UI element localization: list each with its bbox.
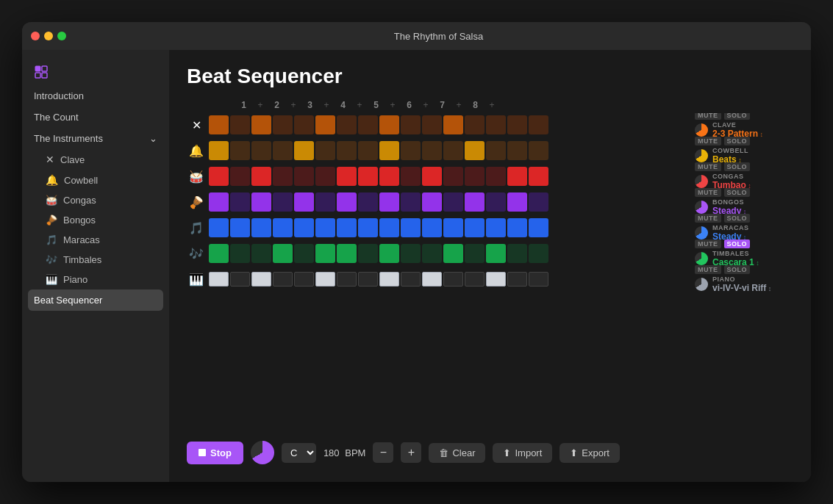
cowbell-cell-1[interactable] xyxy=(230,141,250,160)
maracas-cell-8[interactable] xyxy=(379,218,399,237)
piano-cell-7[interactable] xyxy=(358,272,378,287)
close-button[interactable] xyxy=(31,32,40,40)
maracas-cell-2[interactable] xyxy=(251,218,271,237)
minimize-button[interactable] xyxy=(44,32,53,40)
congas-cell-12[interactable] xyxy=(465,167,485,186)
clave-cell-3[interactable] xyxy=(273,115,293,134)
maracas-cell-14[interactable] xyxy=(507,218,527,237)
key-select[interactable]: C D E F G A B xyxy=(282,443,316,463)
cowbell-cell-12[interactable] xyxy=(465,141,485,160)
congas-cell-13[interactable] xyxy=(486,167,506,186)
clave-solo-button[interactable]: SOLO xyxy=(724,113,751,120)
congas-cell-3[interactable] xyxy=(273,167,293,186)
clave-cell-4[interactable] xyxy=(294,115,314,134)
import-button[interactable]: ⬆ Import xyxy=(493,443,552,463)
sidebar-item-timbales[interactable]: 🎶 Timbales xyxy=(22,250,169,270)
piano-cell-14[interactable] xyxy=(507,272,527,287)
timbales-cell-15[interactable] xyxy=(529,244,548,263)
piano-solo-button[interactable]: SOLO xyxy=(724,265,751,274)
maracas-cell-0[interactable] xyxy=(209,218,229,237)
timbales-cell-6[interactable] xyxy=(337,244,357,263)
piano-cell-2[interactable] xyxy=(251,272,271,287)
cowbell-cell-4[interactable] xyxy=(294,141,314,160)
timbales-knob[interactable] xyxy=(695,252,708,265)
bongos-cell-3[interactable] xyxy=(273,192,293,212)
timbales-cell-7[interactable] xyxy=(358,244,378,263)
congas-cell-2[interactable] xyxy=(251,167,271,186)
bongos-cell-8[interactable] xyxy=(379,192,399,212)
clave-mute-button[interactable]: MUTE xyxy=(695,113,721,120)
piano-pattern-name[interactable]: vi-IV-V-vi Riff ↕ xyxy=(712,283,771,293)
sidebar-item-clave[interactable]: ✕ Clave xyxy=(22,149,169,170)
cowbell-cell-11[interactable] xyxy=(443,141,463,160)
congas-cell-14[interactable] xyxy=(507,167,527,186)
bongos-cell-2[interactable] xyxy=(251,192,271,212)
bongos-cell-5[interactable] xyxy=(315,192,335,212)
timbales-cell-4[interactable] xyxy=(294,244,314,263)
piano-cell-1[interactable] xyxy=(230,272,250,287)
piano-cell-13[interactable] xyxy=(486,272,506,287)
timbales-cell-12[interactable] xyxy=(465,244,485,263)
cowbell-cell-6[interactable] xyxy=(337,141,357,160)
clave-cell-2[interactable] xyxy=(251,115,271,134)
congas-cell-9[interactable] xyxy=(401,167,421,186)
bongos-cell-9[interactable] xyxy=(401,192,421,212)
piano-cell-15[interactable] xyxy=(529,272,548,287)
maracas-cell-9[interactable] xyxy=(401,218,421,237)
clave-cell-0[interactable] xyxy=(209,115,229,134)
maracas-cell-13[interactable] xyxy=(486,218,506,237)
sidebar-item-the-count[interactable]: The Count xyxy=(22,107,169,128)
cowbell-knob[interactable] xyxy=(695,149,708,162)
congas-knob[interactable] xyxy=(695,175,708,188)
congas-cell-11[interactable] xyxy=(443,167,463,186)
maracas-cell-6[interactable] xyxy=(337,218,357,237)
bongos-cell-4[interactable] xyxy=(294,192,314,212)
maracas-cell-4[interactable] xyxy=(294,218,314,237)
maracas-cell-3[interactable] xyxy=(273,218,293,237)
timbales-cell-5[interactable] xyxy=(315,244,335,263)
clave-cell-8[interactable] xyxy=(379,115,399,134)
congas-cell-6[interactable] xyxy=(337,167,357,186)
timbales-cell-3[interactable] xyxy=(273,244,293,263)
timbales-cell-9[interactable] xyxy=(401,244,421,263)
congas-cell-0[interactable] xyxy=(209,167,229,186)
sidebar-item-maracas[interactable]: 🎵 Maracas xyxy=(22,230,169,250)
cowbell-cell-7[interactable] xyxy=(358,141,378,160)
tempo-knob[interactable] xyxy=(251,441,274,464)
piano-cell-8[interactable] xyxy=(379,272,399,287)
sidebar-item-cowbell[interactable]: 🔔 Cowbell xyxy=(22,170,169,190)
clave-cell-9[interactable] xyxy=(401,115,421,134)
timbales-cell-10[interactable] xyxy=(422,244,442,263)
congas-cell-4[interactable] xyxy=(294,167,314,186)
piano-knob[interactable] xyxy=(695,278,708,291)
sidebar-item-piano[interactable]: 🎹 Piano xyxy=(22,270,169,289)
maracas-cell-5[interactable] xyxy=(315,218,335,237)
cowbell-cell-3[interactable] xyxy=(273,141,293,160)
bongos-cell-10[interactable] xyxy=(422,192,442,212)
cowbell-cell-2[interactable] xyxy=(251,141,271,160)
maracas-cell-15[interactable] xyxy=(529,218,548,237)
sidebar-section-instruments[interactable]: The Instruments ⌄ xyxy=(22,128,169,149)
cowbell-cell-0[interactable] xyxy=(209,141,229,160)
cowbell-cell-5[interactable] xyxy=(315,141,335,160)
piano-cell-10[interactable] xyxy=(422,272,442,287)
bongos-cell-13[interactable] xyxy=(486,192,506,212)
congas-mute-button[interactable]: MUTE xyxy=(695,162,721,171)
timbales-cell-1[interactable] xyxy=(230,244,250,263)
bpm-increase-button[interactable]: + xyxy=(401,442,421,463)
clave-cell-12[interactable] xyxy=(465,115,485,134)
bongos-mute-button[interactable]: MUTE xyxy=(695,188,721,197)
maracas-mute-button[interactable]: MUTE xyxy=(695,214,721,223)
cowbell-cell-15[interactable] xyxy=(529,141,548,160)
maracas-cell-11[interactable] xyxy=(443,218,463,237)
clave-cell-14[interactable] xyxy=(507,115,527,134)
piano-cell-12[interactable] xyxy=(465,272,485,287)
bongos-cell-7[interactable] xyxy=(358,192,378,212)
cowbell-solo-button[interactable]: SOLO xyxy=(724,137,751,145)
congas-cell-7[interactable] xyxy=(358,167,378,186)
maracas-cell-10[interactable] xyxy=(422,218,442,237)
stop-button[interactable]: Stop xyxy=(187,442,243,464)
timbales-cell-2[interactable] xyxy=(251,244,271,263)
maximize-button[interactable] xyxy=(57,32,66,40)
sidebar-item-introduction[interactable]: Introduction xyxy=(22,85,169,107)
